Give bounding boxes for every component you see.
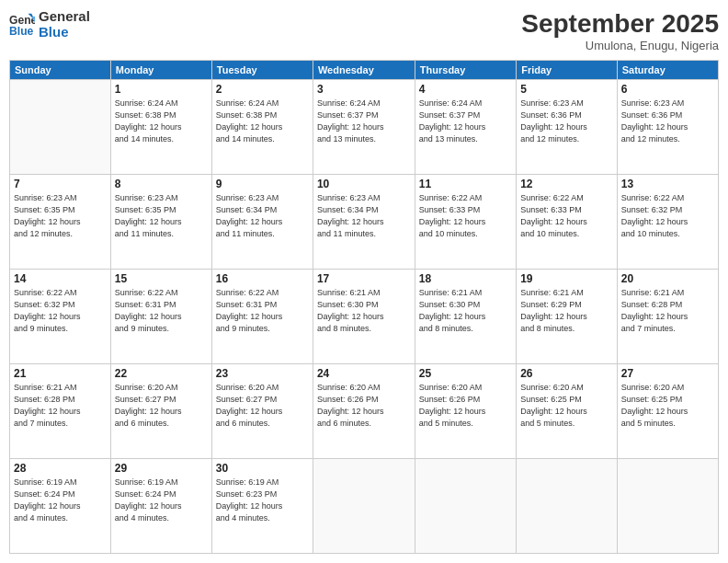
- day-number: 25: [419, 367, 512, 380]
- day-info: Sunrise: 6:20 AM Sunset: 6:25 PM Dayligh…: [520, 382, 613, 430]
- day-number: 27: [621, 367, 714, 380]
- day-cell: 7Sunrise: 6:23 AM Sunset: 6:35 PM Daylig…: [10, 175, 111, 270]
- logo: General Blue General Blue: [9, 9, 90, 40]
- day-info: Sunrise: 6:20 AM Sunset: 6:26 PM Dayligh…: [419, 382, 512, 430]
- col-tuesday: Tuesday: [211, 61, 313, 80]
- day-info: Sunrise: 6:21 AM Sunset: 6:28 PM Dayligh…: [621, 287, 714, 335]
- day-info: Sunrise: 6:24 AM Sunset: 6:38 PM Dayligh…: [115, 98, 208, 145]
- week-row-2: 7Sunrise: 6:23 AM Sunset: 6:35 PM Daylig…: [10, 175, 719, 270]
- day-number: 15: [115, 272, 208, 285]
- day-number: 8: [115, 178, 208, 190]
- day-info: Sunrise: 6:21 AM Sunset: 6:29 PM Dayligh…: [520, 287, 613, 335]
- day-cell: 28Sunrise: 6:19 AM Sunset: 6:24 PM Dayli…: [10, 459, 111, 554]
- day-info: Sunrise: 6:22 AM Sunset: 6:32 PM Dayligh…: [621, 192, 714, 240]
- day-number: 23: [216, 367, 309, 380]
- day-cell: 11Sunrise: 6:22 AM Sunset: 6:33 PM Dayli…: [415, 175, 516, 270]
- day-number: 20: [621, 272, 714, 285]
- day-cell: 5Sunrise: 6:23 AM Sunset: 6:36 PM Daylig…: [517, 80, 618, 175]
- day-cell: 9Sunrise: 6:23 AM Sunset: 6:34 PM Daylig…: [211, 175, 313, 270]
- col-saturday: Saturday: [617, 61, 718, 80]
- day-cell: 27Sunrise: 6:20 AM Sunset: 6:25 PM Dayli…: [617, 364, 718, 459]
- day-number: 18: [419, 272, 512, 285]
- logo-line1: General: [39, 9, 90, 25]
- day-cell: 24Sunrise: 6:20 AM Sunset: 6:26 PM Dayli…: [313, 364, 415, 459]
- location: Umulona, Enugu, Nigeria: [521, 39, 719, 52]
- col-sunday: Sunday: [10, 61, 111, 80]
- day-number: 17: [317, 272, 411, 285]
- general-blue-logo-icon: General Blue: [9, 12, 35, 38]
- day-info: Sunrise: 6:20 AM Sunset: 6:27 PM Dayligh…: [216, 382, 309, 430]
- calendar: Sunday Monday Tuesday Wednesday Thursday…: [9, 60, 719, 554]
- month-title: September 2025: [521, 9, 719, 39]
- day-cell: 30Sunrise: 6:19 AM Sunset: 6:23 PM Dayli…: [211, 459, 313, 554]
- logo-line2: Blue: [39, 25, 90, 40]
- day-cell: 19Sunrise: 6:21 AM Sunset: 6:29 PM Dayli…: [517, 270, 618, 364]
- col-thursday: Thursday: [415, 61, 516, 80]
- week-row-4: 21Sunrise: 6:21 AM Sunset: 6:28 PM Dayli…: [10, 364, 719, 459]
- day-cell: 3Sunrise: 6:24 AM Sunset: 6:37 PM Daylig…: [313, 80, 415, 175]
- day-cell: 25Sunrise: 6:20 AM Sunset: 6:26 PM Dayli…: [415, 364, 516, 459]
- day-number: 12: [520, 178, 613, 190]
- day-cell: 29Sunrise: 6:19 AM Sunset: 6:24 PM Dayli…: [110, 459, 211, 554]
- day-info: Sunrise: 6:19 AM Sunset: 6:24 PM Dayligh…: [14, 477, 107, 524]
- week-row-5: 28Sunrise: 6:19 AM Sunset: 6:24 PM Dayli…: [10, 459, 719, 554]
- day-cell: 15Sunrise: 6:22 AM Sunset: 6:31 PM Dayli…: [110, 270, 211, 364]
- day-number: 29: [115, 462, 208, 475]
- svg-text:Blue: Blue: [9, 25, 34, 38]
- day-info: Sunrise: 6:19 AM Sunset: 6:23 PM Dayligh…: [216, 477, 309, 524]
- day-cell: 20Sunrise: 6:21 AM Sunset: 6:28 PM Dayli…: [617, 270, 718, 364]
- day-info: Sunrise: 6:21 AM Sunset: 6:30 PM Dayligh…: [317, 287, 411, 335]
- day-cell: 23Sunrise: 6:20 AM Sunset: 6:27 PM Dayli…: [211, 364, 313, 459]
- day-cell: [517, 459, 618, 554]
- day-number: 24: [317, 367, 411, 380]
- col-friday: Friday: [517, 61, 618, 80]
- day-cell: [415, 459, 516, 554]
- day-cell: [313, 459, 415, 554]
- day-info: Sunrise: 6:22 AM Sunset: 6:31 PM Dayligh…: [216, 287, 309, 335]
- day-cell: 26Sunrise: 6:20 AM Sunset: 6:25 PM Dayli…: [517, 364, 618, 459]
- day-info: Sunrise: 6:23 AM Sunset: 6:36 PM Dayligh…: [621, 98, 714, 145]
- day-number: 14: [14, 272, 107, 285]
- day-cell: 16Sunrise: 6:22 AM Sunset: 6:31 PM Dayli…: [211, 270, 313, 364]
- day-info: Sunrise: 6:22 AM Sunset: 6:32 PM Dayligh…: [14, 287, 107, 335]
- day-cell: 17Sunrise: 6:21 AM Sunset: 6:30 PM Dayli…: [313, 270, 415, 364]
- day-number: 19: [520, 272, 613, 285]
- day-info: Sunrise: 6:22 AM Sunset: 6:33 PM Dayligh…: [520, 192, 613, 240]
- day-cell: [617, 459, 718, 554]
- day-number: 6: [621, 83, 714, 96]
- day-info: Sunrise: 6:19 AM Sunset: 6:24 PM Dayligh…: [115, 477, 208, 524]
- day-number: 1: [115, 83, 208, 96]
- header: General Blue General Blue September 2025…: [9, 9, 719, 52]
- day-cell: 8Sunrise: 6:23 AM Sunset: 6:35 PM Daylig…: [110, 175, 211, 270]
- day-info: Sunrise: 6:20 AM Sunset: 6:26 PM Dayligh…: [317, 382, 411, 430]
- day-info: Sunrise: 6:24 AM Sunset: 6:37 PM Dayligh…: [419, 98, 512, 145]
- day-cell: 21Sunrise: 6:21 AM Sunset: 6:28 PM Dayli…: [10, 364, 111, 459]
- day-info: Sunrise: 6:21 AM Sunset: 6:28 PM Dayligh…: [14, 382, 107, 430]
- day-info: Sunrise: 6:23 AM Sunset: 6:36 PM Dayligh…: [520, 98, 613, 145]
- week-row-1: 1Sunrise: 6:24 AM Sunset: 6:38 PM Daylig…: [10, 80, 719, 175]
- day-info: Sunrise: 6:20 AM Sunset: 6:27 PM Dayligh…: [115, 382, 208, 430]
- day-number: 5: [520, 83, 613, 96]
- day-number: 3: [317, 83, 411, 96]
- day-info: Sunrise: 6:23 AM Sunset: 6:34 PM Dayligh…: [317, 192, 411, 240]
- day-cell: 12Sunrise: 6:22 AM Sunset: 6:33 PM Dayli…: [517, 175, 618, 270]
- day-info: Sunrise: 6:24 AM Sunset: 6:38 PM Dayligh…: [216, 98, 309, 145]
- day-info: Sunrise: 6:22 AM Sunset: 6:33 PM Dayligh…: [419, 192, 512, 240]
- day-info: Sunrise: 6:23 AM Sunset: 6:35 PM Dayligh…: [115, 192, 208, 240]
- day-info: Sunrise: 6:20 AM Sunset: 6:25 PM Dayligh…: [621, 382, 714, 430]
- day-cell: [10, 80, 111, 175]
- day-info: Sunrise: 6:21 AM Sunset: 6:30 PM Dayligh…: [419, 287, 512, 335]
- day-cell: 6Sunrise: 6:23 AM Sunset: 6:36 PM Daylig…: [617, 80, 718, 175]
- day-cell: 1Sunrise: 6:24 AM Sunset: 6:38 PM Daylig…: [110, 80, 211, 175]
- page: General Blue General Blue September 2025…: [0, 0, 728, 563]
- day-number: 4: [419, 83, 512, 96]
- day-number: 28: [14, 462, 107, 475]
- col-wednesday: Wednesday: [313, 61, 415, 80]
- day-number: 2: [216, 83, 309, 96]
- week-row-3: 14Sunrise: 6:22 AM Sunset: 6:32 PM Dayli…: [10, 270, 719, 364]
- day-number: 21: [14, 367, 107, 380]
- calendar-header-row: Sunday Monday Tuesday Wednesday Thursday…: [10, 61, 719, 80]
- day-info: Sunrise: 6:23 AM Sunset: 6:35 PM Dayligh…: [14, 192, 107, 240]
- day-cell: 22Sunrise: 6:20 AM Sunset: 6:27 PM Dayli…: [110, 364, 211, 459]
- day-number: 16: [216, 272, 309, 285]
